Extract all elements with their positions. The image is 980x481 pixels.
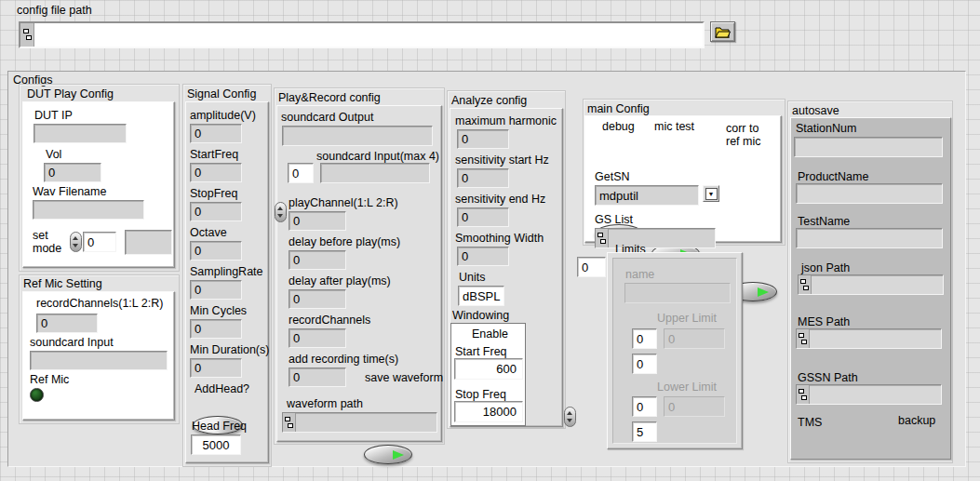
pr-record-channels-field[interactable]: 0 <box>289 328 346 348</box>
startfreq-field[interactable]: 0 <box>190 163 242 182</box>
lower-limit-index-1[interactable]: 0 <box>632 396 657 417</box>
save-waveform-button[interactable] <box>364 445 412 464</box>
smoothing-width-label: Smoothing Width <box>455 232 544 245</box>
record-channels-field[interactable]: 0 <box>36 314 98 333</box>
gs-list-path-field[interactable] <box>595 228 716 248</box>
soundcard-input-max4-field[interactable] <box>320 163 430 183</box>
delay-after-play-label: delay after play(ms) <box>289 274 391 287</box>
stopfreq-field[interactable]: 0 <box>190 202 242 221</box>
smoothing-width-field[interactable]: 0 <box>457 247 509 266</box>
mes-path-field[interactable] <box>796 328 942 349</box>
signal-config-title: Signal Config <box>187 87 256 100</box>
lower-limit-index-2[interactable]: 5 <box>632 421 657 442</box>
soundcard-input-max4-label: soundcard Input(max 4) <box>316 150 439 163</box>
ref-mic-setting-title: Ref Mic Setting <box>23 277 102 290</box>
samplingrate-label: SamplingRate <box>190 265 263 278</box>
add-recording-time-field[interactable]: 0 <box>289 367 346 387</box>
add-recording-time-label: add recording time(s) <box>289 353 398 366</box>
vol-field[interactable]: 0 <box>44 163 101 182</box>
tms-label: TMS <box>798 416 822 429</box>
delay-before-play-label: delay before play(ms) <box>289 235 400 248</box>
config-file-path-input[interactable] <box>19 21 705 48</box>
waveform-path-label: waveform path <box>287 397 363 410</box>
limit-name-label: name <box>625 268 654 281</box>
gssn-path-label: GSSN Path <box>798 371 858 384</box>
delay-after-play-field[interactable]: 0 <box>289 289 346 309</box>
gssn-path-field[interactable] <box>796 384 942 405</box>
mic-test-label: mic test <box>654 120 694 133</box>
upper-limit-label: Upper Limit <box>657 312 717 325</box>
getsn-dropdown-button[interactable]: ▼ <box>703 185 719 202</box>
maximum-harmonic-field[interactable]: 0 <box>457 129 509 149</box>
testname-field[interactable] <box>796 228 943 248</box>
play-record-config-title: Play&Record config <box>278 91 381 104</box>
headfreq-label: Head Freq <box>192 420 247 433</box>
productname-field[interactable] <box>796 183 943 204</box>
lower-limit-label: Lower Limit <box>657 381 717 394</box>
pr-record-channels-label: recordChannels <box>289 314 370 327</box>
set-mode-field[interactable]: 0 <box>83 232 116 252</box>
windowing-stop-label: Stop Freq <box>455 388 506 401</box>
limits-index-spinner[interactable] <box>564 407 576 427</box>
sensitivity-start-field[interactable]: 0 <box>457 168 509 188</box>
sensitivity-end-label: sensitivity end Hz <box>455 193 545 206</box>
windowing-stop-field[interactable]: 18000 <box>454 401 523 422</box>
headfreq-field[interactable]: 5000 <box>191 434 241 455</box>
config-file-path-value[interactable] <box>34 23 703 47</box>
path-glyph-icon <box>20 23 34 47</box>
upper-limit-index-2[interactable]: 0 <box>632 354 657 374</box>
sensitivity-end-field[interactable]: 0 <box>457 207 509 227</box>
mes-path-label: MES Path <box>798 315 850 328</box>
soundcard-input-label: soundcard Input <box>30 336 114 349</box>
limits-index-field[interactable]: 0 <box>577 257 606 277</box>
set-mode-label: set mode <box>33 229 61 255</box>
soundcard-input-index-field[interactable]: 0 <box>288 163 314 183</box>
samplingrate-field[interactable]: 0 <box>190 280 242 300</box>
soundcard-output-field[interactable] <box>282 126 433 146</box>
min-duration-field[interactable]: 0 <box>190 358 242 378</box>
set-mode-spinner[interactable] <box>70 232 82 252</box>
soundcard-input-index-spinner[interactable] <box>275 202 287 222</box>
playchannel-label: playChannel(1:L 2:R) <box>289 196 398 209</box>
lower-limit-value: 0 <box>664 396 725 417</box>
min-cycles-field[interactable]: 0 <box>190 319 242 339</box>
amplitude-field[interactable]: 0 <box>190 124 242 143</box>
stationnum-field[interactable] <box>794 137 943 157</box>
path-glyph-icon <box>596 229 609 247</box>
path-glyph-icon <box>797 385 810 404</box>
windowing-enable-label: Enable <box>472 327 508 341</box>
ref-mic-led <box>30 388 44 402</box>
upper-limit-index-1[interactable]: 0 <box>632 328 657 349</box>
units-label: Units <box>459 271 485 284</box>
upper-limit-value: 0 <box>664 328 725 349</box>
green-arrow-icon <box>393 450 404 460</box>
getsn-combo[interactable]: mdputil <box>595 185 699 206</box>
windowing-start-label: Start Freq <box>455 345 507 358</box>
octave-field[interactable]: 0 <box>190 241 242 261</box>
soundcard-input-field[interactable] <box>30 351 168 370</box>
min-cycles-label: Min Cycles <box>190 304 247 317</box>
startfreq-label: StartFreq <box>190 148 238 161</box>
waveform-path-field[interactable] <box>282 412 437 433</box>
delay-before-play-field[interactable]: 0 <box>289 250 346 270</box>
wav-filename-field[interactable] <box>33 200 144 220</box>
json-path-field[interactable] <box>798 274 944 295</box>
sensitivity-start-label: sensitivity start Hz <box>455 154 549 167</box>
debug-label: debug <box>602 120 635 133</box>
octave-label: Octave <box>190 226 227 239</box>
json-path-label: json Path <box>801 261 850 274</box>
record-channels-label: recordChannels(1:L 2:R) <box>36 297 163 310</box>
browse-button[interactable] <box>710 21 735 42</box>
testname-label: TestName <box>798 215 850 228</box>
units-field[interactable]: dBSPL <box>458 286 504 306</box>
playchannel-field[interactable]: 0 <box>289 211 346 231</box>
config-file-path-label: config file path <box>17 4 92 17</box>
dut-play-config-title: DUT Play Config <box>27 87 114 100</box>
dut-ip-field[interactable] <box>34 124 127 143</box>
corr-to-ref-mic-label: corr to ref mic <box>726 122 761 148</box>
backup-label: backup <box>898 414 935 427</box>
wav-filename-label: Wav Filename <box>33 185 106 198</box>
autosave-title: autosave <box>792 104 839 117</box>
windowing-start-field[interactable]: 600 <box>454 358 523 380</box>
amplitude-label: amplitude(V) <box>190 109 256 122</box>
